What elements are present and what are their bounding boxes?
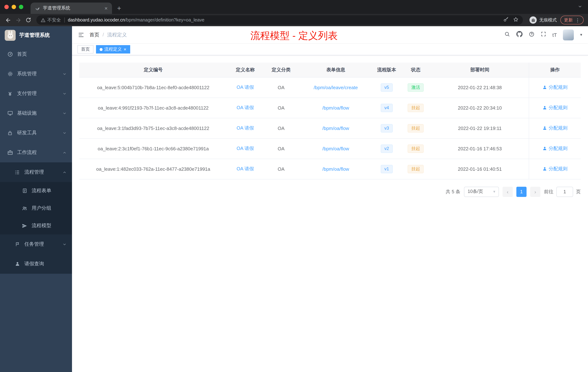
sidebar-item-task-management[interactable]: 任务管理 — [0, 234, 72, 254]
definition-name-link[interactable]: OA 请假 — [237, 146, 254, 151]
font-size-icon[interactable]: tT — [552, 32, 557, 38]
form-info-link[interactable]: /bpm/oa/flow — [322, 125, 349, 131]
navbar-actions: tT ▾ — [504, 29, 582, 40]
window-zoom-button[interactable] — [19, 5, 23, 9]
new-tab-button[interactable]: + — [117, 5, 121, 12]
assign-rule-button[interactable]: 分配规则 — [542, 125, 567, 131]
tab-search-chevron-icon[interactable] — [578, 4, 582, 9]
sidebar-item-system[interactable]: 系统管理 — [0, 64, 72, 84]
form-info-link[interactable]: /bpm/oa/flow — [322, 105, 349, 110]
assign-rule-button[interactable]: 分配规则 — [542, 145, 567, 152]
password-key-icon[interactable] — [503, 17, 509, 23]
sidebar-item-process-model[interactable]: 流程模型 — [0, 217, 72, 234]
window-minimize-button[interactable] — [12, 5, 16, 9]
tag-close-icon[interactable]: × — [124, 47, 126, 52]
url-text: dashboard.yudao.iocoder.cn/bpm/manager/d… — [68, 17, 500, 22]
status-badge: 挂起 — [408, 124, 424, 132]
sidebar-item-payment[interactable]: ¥ 支付管理 — [0, 84, 72, 103]
bookmark-star-icon[interactable] — [513, 17, 519, 23]
form-info-link[interactable]: /bpm/oa/flow — [322, 146, 349, 151]
logo-avatar — [5, 30, 16, 41]
browser-tab[interactable]: 芋道管理系统 × — [31, 2, 112, 14]
definition-name-link[interactable]: OA 请假 — [237, 166, 254, 171]
address-bar[interactable]: 不安全 dashboard.yudao.iocoder.cn/bpm/manag… — [36, 15, 523, 25]
fullscreen-icon[interactable] — [541, 31, 546, 38]
security-label[interactable]: 不安全 — [47, 17, 61, 23]
table-row: oa_leave:2:3c1f0ef1-76b1-11ec-9c66-a2380… — [79, 138, 581, 159]
sidebar-item-process-form[interactable]: 流程表单 — [0, 182, 72, 199]
kebab-menu-icon: ⋮ — [575, 18, 580, 22]
sidebar-item-dev-tools[interactable]: 研发工具 — [0, 123, 72, 143]
user-icon — [542, 126, 547, 130]
help-icon[interactable] — [529, 31, 535, 38]
url-host: dashboard.yudao.iocoder.cn — [68, 17, 125, 22]
table-row: oa_leave:3:1fad3d93-7b75-11ec-a3c8-acde4… — [79, 118, 581, 138]
prev-page-button[interactable]: ‹ — [503, 186, 513, 197]
cell-definition-id: oa_leave:5:004b710b-7b8a-11ec-8ef0-acde4… — [79, 77, 227, 98]
sidebar-item-label: 流程模型 — [32, 222, 51, 229]
update-label: 更新 — [564, 17, 573, 23]
action-label: 分配规则 — [548, 166, 567, 172]
cell-actions: 分配规则 — [529, 159, 581, 179]
definition-name-link[interactable]: OA 请假 — [237, 125, 254, 131]
cell-actions: 分配规则 — [529, 77, 581, 98]
chevron-up-icon — [63, 170, 67, 174]
chevron-down-icon — [63, 72, 67, 76]
tag-label: 首页 — [81, 46, 90, 52]
active-tag-dot — [100, 48, 103, 51]
definition-name-link[interactable]: OA 请假 — [237, 105, 254, 110]
sidebar-item-process-management[interactable]: 流程管理 — [0, 162, 72, 182]
breadcrumb-home[interactable]: 首页 — [89, 32, 99, 38]
browser-update-menu-button[interactable]: 更新 ⋮ — [560, 16, 584, 24]
page-size-value: 10条/页 — [468, 188, 483, 195]
page-content: 定义编号 定义名称 定义分类 表单信息 流程版本 状态 部署时间 操作 oa_l — [72, 55, 588, 372]
definition-name-link[interactable]: OA 请假 — [237, 85, 254, 90]
tag-home[interactable]: 首页 — [77, 45, 94, 54]
cell-form-info: /bpm/oa/flow — [299, 138, 373, 159]
browser-toolbar: 不安全 dashboard.yudao.iocoder.cn/bpm/manag… — [0, 14, 588, 26]
sidebar-logo[interactable]: 芋道管理系统 — [0, 26, 72, 44]
incognito-label: 无痕模式 — [539, 17, 557, 23]
chevron-up-icon — [63, 151, 67, 154]
tab-close-icon[interactable]: × — [104, 5, 108, 11]
sidebar-item-leave-query[interactable]: 请假查询 — [0, 254, 72, 274]
page-size-select[interactable]: 10条/页 ▾ — [464, 186, 499, 197]
window-close-button[interactable] — [4, 5, 9, 9]
sidebar-collapse-button[interactable] — [78, 32, 84, 38]
user-avatar[interactable] — [563, 29, 574, 40]
assign-rule-button[interactable]: 分配规则 — [542, 104, 567, 111]
user-icon — [542, 167, 547, 171]
back-icon[interactable] — [3, 15, 13, 25]
sidebar-item-infrastructure[interactable]: 基础设施 — [0, 103, 72, 123]
goto-page-input[interactable] — [556, 186, 573, 197]
assign-rule-button[interactable]: 分配规则 — [542, 166, 567, 172]
form-info-link[interactable]: /bpm/oa/flow — [322, 166, 349, 172]
table-row: oa_leave:5:004b710b-7b8a-11ec-8ef0-acde4… — [79, 77, 581, 98]
action-label: 分配规则 — [548, 145, 567, 152]
form-info-link[interactable]: /bpm/oa/leave/create — [314, 85, 358, 90]
sidebar-item-home[interactable]: 首页 — [0, 44, 72, 64]
sidebar-item-label: 首页 — [17, 51, 27, 57]
definition-table: 定义编号 定义名称 定义分类 表单信息 流程版本 状态 部署时间 操作 oa_l — [79, 63, 581, 179]
avatar-caret-icon[interactable]: ▾ — [580, 33, 582, 37]
sidebar-item-user-group[interactable]: 用户分组 — [0, 199, 72, 217]
next-page-button[interactable]: › — [530, 186, 540, 197]
column-header: 定义编号 — [79, 63, 227, 77]
tag-process-definition[interactable]: 流程定义 × — [96, 45, 130, 54]
cell-definition-id: oa_leave:1:482ec033-762a-11ec-8477-a2380… — [79, 159, 227, 179]
tag-label: 流程定义 — [104, 46, 122, 52]
cell-definition-id: oa_leave:2:3c1f0ef1-76b1-11ec-9c66-a2380… — [79, 138, 227, 159]
assign-rule-button[interactable]: 分配规则 — [542, 84, 567, 91]
pagination-total: 共 5 条 — [446, 188, 460, 195]
sidebar-item-label: 系统管理 — [17, 71, 37, 77]
sidebar: 芋道管理系统 首页 系统管理 ¥ 支付管理 — [0, 26, 72, 372]
monitor-icon — [7, 110, 13, 116]
github-icon[interactable] — [516, 31, 523, 39]
sidebar-item-label: 任务管理 — [24, 241, 44, 248]
sidebar-item-workflow[interactable]: 工作流程 — [0, 143, 72, 162]
search-icon[interactable] — [504, 31, 510, 38]
action-label: 分配规则 — [548, 125, 567, 131]
page-number-button[interactable]: 1 — [516, 186, 526, 197]
reload-icon[interactable] — [23, 15, 33, 25]
cell-version: v5 — [373, 77, 400, 98]
